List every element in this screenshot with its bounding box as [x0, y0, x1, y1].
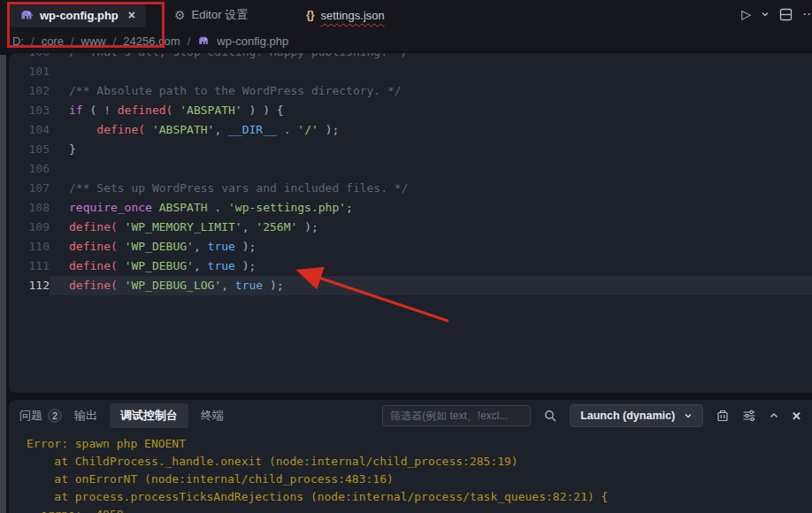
code-text[interactable]: /** Sets up WordPress vars and included … [50, 179, 812, 198]
code-text[interactable]: if ( ! defined( 'ABSPATH' ) ) { [50, 101, 812, 120]
tab-label: wp-config.php [40, 9, 119, 22]
more-actions-icon[interactable]: ⋯ [802, 6, 812, 22]
code-text[interactable]: define( 'WP_DEBUG', true ); [50, 256, 812, 276]
code-text[interactable]: define( 'ABSPATH', __DIR__ . '/' ); [50, 120, 812, 140]
code-text[interactable]: /** Absolute path to the WordPress direc… [50, 81, 812, 101]
line-number[interactable]: 108 [9, 198, 50, 218]
breadcrumb-separator: / [71, 34, 74, 48]
console-filter-input[interactable] [382, 405, 531, 426]
breadcrumb: D:/core/www/24256.com/ wp-config.php [12, 30, 288, 51]
close-tab-icon[interactable]: × [128, 8, 135, 22]
console-line: errno: -4058 [27, 506, 812, 513]
code-line-108[interactable]: 108require_once ABSPATH . 'wp-settings.p… [9, 198, 812, 218]
json-braces-icon: {} [306, 9, 314, 21]
code-line-106[interactable]: 106 [9, 159, 812, 179]
console-line: at process.processTicksAndRejections (no… [27, 488, 812, 506]
code-line-102[interactable]: 102/** Absolute path to the WordPress di… [9, 81, 812, 101]
run-dropdown-chevron-icon[interactable] [761, 10, 770, 19]
console-line: Error: spawn php ENOENT [27, 435, 812, 453]
code-line-110[interactable]: 110define( 'WP_DEBUG', true ); [9, 237, 812, 256]
code-line-105[interactable]: 105} [9, 140, 812, 159]
code-line-104[interactable]: 104 define( 'ABSPATH', __DIR__ . '/' ); [9, 120, 812, 140]
left-scrollbar[interactable] [0, 55, 6, 513]
tab-settings-json[interactable]: {} settings.json [295, 3, 395, 27]
breadcrumb-segment[interactable]: 24256.com [123, 34, 180, 48]
panel-tab-debug-console[interactable]: 调试控制台 [110, 403, 188, 428]
code-text[interactable]: require_once ABSPATH . 'wp-settings.php'… [50, 198, 812, 218]
breadcrumb-segment[interactable]: core [42, 34, 64, 48]
code-text[interactable]: define( 'WP_DEBUG', true ); [50, 237, 812, 256]
code-lines: 100/* That's all, stop editing! Happy pu… [9, 53, 812, 295]
tab-wp-config-php[interactable]: wp-config.php × [9, 3, 146, 27]
breadcrumb-separator: / [188, 34, 191, 48]
panel-tab-terminal[interactable]: 终端 [201, 408, 224, 424]
php-elephant-icon [197, 34, 210, 47]
code-line-111[interactable]: 111define( 'WP_DEBUG', true ); [9, 256, 812, 276]
filter-settings-icon[interactable] [742, 409, 756, 423]
code-line-103[interactable]: 103if ( ! defined( 'ABSPATH' ) ) { [9, 101, 812, 120]
search-icon[interactable] [543, 409, 557, 423]
code-line-100[interactable]: 100/* That's all, stop editing! Happy pu… [9, 53, 812, 62]
tab-label: settings.json [320, 9, 384, 22]
tab-label: Editor 设置 [192, 7, 249, 23]
tab-editor-settings[interactable]: ⚙ Editor 设置 [164, 3, 258, 27]
close-panel-icon[interactable]: ✕ [792, 410, 801, 423]
breadcrumb-segment[interactable]: www [81, 34, 106, 48]
code-line-107[interactable]: 107/** Sets up WordPress vars and includ… [9, 179, 812, 198]
bottom-panel: 问题 2 输出 调试控制台 终端 Launch (dynamic) [9, 400, 812, 513]
line-number[interactable]: 105 [9, 140, 50, 159]
line-number[interactable]: 104 [9, 120, 50, 140]
code-text[interactable] [50, 159, 812, 179]
line-number[interactable]: 109 [9, 218, 50, 237]
line-number[interactable]: 102 [9, 81, 50, 101]
breadcrumb-separator: / [113, 34, 117, 48]
editor-tab-bar: wp-config.php × ⚙ Editor 设置 {} settings.… [0, 0, 812, 28]
problems-count-badge: 2 [48, 409, 62, 423]
panel-tab-output[interactable]: 输出 [74, 408, 97, 424]
maximize-panel-chevron-up-icon[interactable] [769, 410, 779, 421]
clear-console-icon[interactable] [716, 409, 730, 423]
line-number[interactable]: 112 [9, 276, 50, 295]
code-text[interactable]: } [50, 140, 812, 159]
launch-config-label: Launch (dynamic) [580, 410, 675, 422]
line-number[interactable]: 100 [9, 53, 50, 62]
editor-header: wp-config.php × ⚙ Editor 设置 {} settings.… [0, 0, 812, 51]
breadcrumb-separator: / [31, 34, 34, 48]
panel-tab-label: 调试控制台 [120, 408, 178, 424]
breadcrumb-segment[interactable]: D: [12, 34, 24, 48]
php-elephant-icon [19, 8, 34, 22]
console-line: at ChildProcess._handle.onexit (node:int… [27, 453, 812, 471]
code-text[interactable]: define( 'WP_DEBUG_LOG', true ); [50, 276, 812, 295]
code-text[interactable] [50, 62, 812, 81]
panel-tab-label: 输出 [74, 408, 97, 424]
code-text[interactable]: define( 'WP_MEMORY_LIMIT', '256M' ); [50, 218, 812, 237]
code-text[interactable]: /* That's all, stop editing! Happy publi… [50, 53, 812, 62]
panel-tab-problems[interactable]: 问题 2 [19, 408, 62, 424]
code-line-109[interactable]: 109define( 'WP_MEMORY_LIMIT', '256M' ); [9, 218, 812, 237]
vscode-window: wp-config.php × ⚙ Editor 设置 {} settings.… [0, 0, 812, 513]
editor-actions: ▷ ⋯ [741, 0, 810, 28]
code-editor[interactable]: 100/* That's all, stop editing! Happy pu… [9, 53, 812, 393]
line-number[interactable]: 106 [9, 159, 50, 179]
line-number[interactable]: 111 [9, 256, 50, 276]
chevron-down-icon [684, 411, 693, 420]
panel-tab-label: 问题 [19, 408, 42, 424]
panel-tab-label: 终端 [201, 408, 224, 424]
line-number[interactable]: 110 [9, 237, 50, 256]
console-line: at onErrorNT (node:internal/child_proces… [27, 471, 812, 488]
split-editor-icon[interactable] [779, 8, 793, 21]
panel-header: 问题 2 输出 调试控制台 终端 Launch (dynamic) [9, 400, 812, 432]
gear-icon: ⚙ [174, 8, 186, 22]
line-number[interactable]: 101 [9, 62, 50, 81]
run-debug-icon[interactable]: ▷ [741, 7, 751, 21]
code-line-112[interactable]: 112define( 'WP_DEBUG_LOG', true ); [9, 276, 812, 295]
line-number[interactable]: 107 [9, 179, 50, 198]
breadcrumb-file[interactable]: wp-config.php [217, 34, 288, 48]
code-line-101[interactable]: 101 [9, 62, 812, 81]
launch-config-dropdown[interactable]: Launch (dynamic) [570, 404, 703, 427]
debug-console-output: Error: spawn php ENOENT at ChildProcess.… [9, 432, 812, 513]
line-number[interactable]: 103 [9, 101, 50, 120]
